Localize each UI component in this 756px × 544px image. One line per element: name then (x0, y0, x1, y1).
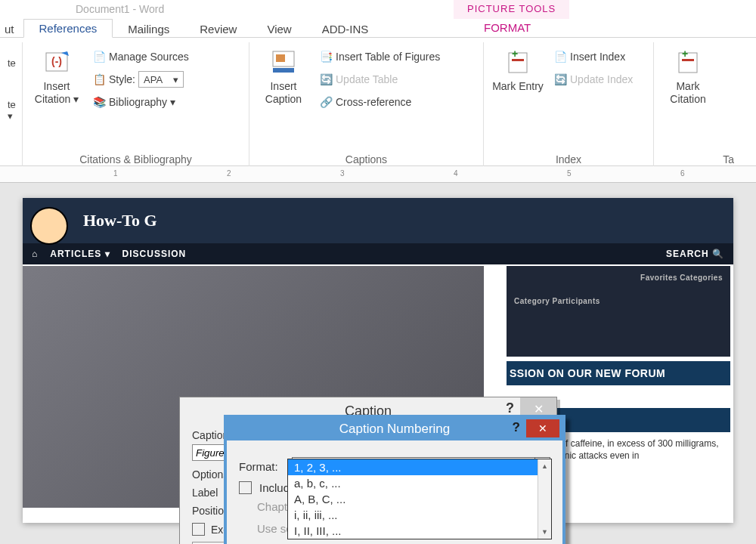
insert-caption-button[interactable]: Insert Caption (257, 42, 310, 112)
caption-numbering-title: Caption Numbering (339, 422, 450, 437)
picture-tools-context-tab[interactable]: PICTURE TOOLS (454, 0, 569, 19)
title-bar: Document1 - Word PICTURE TOOLS FORMAT ut… (0, 0, 756, 38)
svg-text:+: + (682, 48, 688, 60)
group-table-of-authorities: + Mark Citation Ta (654, 42, 737, 167)
document-canvas[interactable]: How-To G ⌂ ARTICLES ▾ DISCUSSION SEARCH … (0, 183, 756, 544)
style-label: Style: (109, 73, 135, 85)
cross-reference-button[interactable]: 🔗 Cross-reference (316, 92, 443, 112)
scroll-down-icon: ▼ (541, 528, 548, 536)
web-site-title: How-To G (83, 211, 157, 230)
group-label-ta-partial: Ta (654, 153, 737, 165)
web-header: How-To G (23, 198, 733, 243)
bibliography-button[interactable]: 📚 Bibliography ▾ (89, 92, 192, 112)
nav-search: SEARCH 🔍 (666, 249, 724, 259)
web-nav-bar: ⌂ ARTICLES ▾ DISCUSSION SEARCH 🔍 (23, 243, 733, 264)
document-title: Document1 - Word (76, 3, 164, 15)
ruler-tick: 1 (113, 169, 118, 178)
mark-citation-icon: + (673, 47, 703, 77)
ruler-tick: 5 (567, 169, 572, 178)
insert-citation-button[interactable]: (-) Insert Citation ▾ (30, 42, 83, 112)
update-index-button: 🔄 Update Index (550, 70, 636, 89)
caption-icon (268, 47, 299, 77)
tab-view[interactable]: View (252, 20, 306, 38)
style-dropdown[interactable]: APA▾ (138, 71, 184, 88)
insert-table-of-figures-button[interactable]: 📑 Insert Table of Figures (316, 47, 443, 66)
mark-citation-button[interactable]: + Mark Citation (662, 42, 714, 106)
tab-addins[interactable]: ADD-INS (307, 20, 384, 38)
group-index: + Mark Entry 📄 Insert Index 🔄 Update Ind… (484, 42, 654, 167)
web-logo-avatar (30, 207, 68, 245)
manage-sources-icon: 📄 (92, 50, 106, 63)
format-option[interactable]: A, B, C, ... (288, 491, 551, 507)
update-table-button: 🔄 Update Table (316, 70, 443, 89)
caption-numbering-body: Format: 1, 2, 3, ... ▼ 1, 2, 3, ... a, b… (227, 440, 562, 544)
tab-mailings[interactable]: Mailings (113, 20, 184, 38)
close-icon[interactable]: ✕ (526, 419, 559, 437)
cross-reference-icon: 🔗 (319, 95, 333, 109)
insert-index-button[interactable]: 📄 Insert Index (550, 47, 636, 66)
format-option[interactable]: I, II, III, ... (288, 523, 551, 539)
nav-articles: ARTICLES ▾ (50, 249, 110, 259)
group-label-captions: Captions (249, 153, 483, 165)
tab-layout-partial[interactable]: ut (0, 20, 23, 38)
insert-index-icon: 📄 (553, 50, 567, 63)
format-option[interactable]: i, ii, iii, ... (288, 507, 551, 523)
group-partial-left: te te ▾ (0, 42, 23, 167)
format-option[interactable]: a, b, c, ... (288, 475, 551, 491)
style-icon: 📋 (92, 73, 106, 86)
svg-text:+: + (512, 48, 518, 60)
tab-references[interactable]: References (23, 19, 113, 38)
svg-rect-3 (276, 54, 285, 62)
svg-rect-4 (273, 68, 294, 73)
group-label-citations: Citations & Bibliography (23, 153, 249, 165)
ruler-tick: 2 (227, 169, 231, 178)
mark-entry-icon: + (503, 47, 533, 77)
format-option[interactable]: 1, 2, 3, ... (288, 459, 551, 475)
caption-numbering-dialog[interactable]: Caption Numbering ? ✕ Format: 1, 2, 3, .… (224, 415, 565, 544)
help-icon[interactable]: ? (513, 420, 520, 435)
format-context-subtab[interactable]: FORMAT (454, 19, 561, 36)
ruler-tick: 3 (340, 169, 345, 178)
ruler-tick: 4 (454, 169, 458, 178)
help-icon[interactable]: ? (506, 400, 514, 416)
manage-sources-button[interactable]: 📄 Manage Sources (89, 47, 192, 66)
mark-entry-button[interactable]: + Mark Entry (491, 42, 544, 93)
ruler-tick: 6 (680, 169, 685, 178)
ribbon-area: te te ▾ (-) Insert Citation ▾ 📄 Manage S… (0, 38, 756, 166)
ribbon-tabs: ut References Mailings Review View ADD-I… (0, 19, 383, 38)
tof-icon: 📑 (319, 50, 333, 63)
home-icon: ⌂ (32, 249, 38, 259)
forum-box: Favorites Categories Category Participan… (507, 266, 730, 357)
dropdown-scrollbar[interactable]: ▲▼ (538, 459, 551, 539)
horizontal-ruler[interactable]: 1 2 3 4 5 6 (0, 166, 756, 183)
exclude-checkbox[interactable] (192, 523, 205, 536)
tab-review[interactable]: Review (184, 20, 252, 38)
include-chapter-checkbox[interactable] (239, 481, 252, 494)
bibliography-icon: 📚 (92, 95, 106, 109)
format-label: Format: (239, 460, 284, 473)
nav-discussion: DISCUSSION (122, 249, 187, 259)
group-citations-bibliography: (-) Insert Citation ▾ 📄 Manage Sources 📋… (23, 42, 249, 167)
svg-text:(-): (-) (51, 55, 62, 67)
group-label-index: Index (484, 153, 653, 165)
style-selector-row: 📋 Style: APA▾ (89, 70, 192, 89)
partial-btn-bottom[interactable]: te ▾ (8, 99, 14, 122)
scroll-up-icon: ▲ (541, 462, 548, 470)
caption-numbering-titlebar[interactable]: Caption Numbering ? ✕ (227, 418, 562, 440)
forum-banner: SSION ON OUR NEW FORUM (507, 361, 730, 385)
partial-btn-top[interactable]: te (8, 57, 14, 69)
citation-icon: (-) (42, 47, 72, 77)
update-index-icon: 🔄 (553, 73, 567, 86)
group-captions: Insert Caption 📑 Insert Table of Figures… (249, 42, 484, 167)
format-dropdown-list[interactable]: 1, 2, 3, ... a, b, c, ... A, B, C, ... i… (287, 459, 552, 539)
update-table-icon: 🔄 (319, 73, 333, 86)
